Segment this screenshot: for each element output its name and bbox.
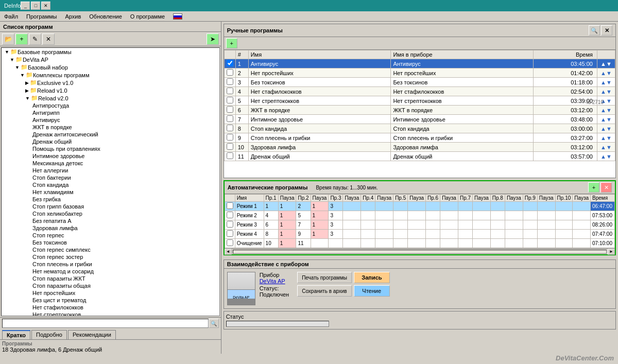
tree-item[interactable]: ▶ 📁 Reload v1.0: [2, 86, 219, 94]
menu-about[interactable]: О программе: [128, 13, 167, 20]
auto-table-row[interactable]: Режим 48191307:47:00: [225, 230, 614, 239]
scroll-left[interactable]: ◄: [225, 249, 232, 255]
add-button[interactable]: +: [15, 33, 28, 45]
tree-item[interactable]: Антипростуда: [2, 102, 219, 109]
tree-item[interactable]: Стоп грипп базовая: [2, 203, 219, 210]
tree-item[interactable]: Без токсинов: [2, 239, 219, 246]
close-auto-button[interactable]: ✕: [600, 182, 612, 193]
tree-item[interactable]: ▼ 📁 Базовый набор: [2, 63, 219, 71]
search-manual-button[interactable]: 🔍: [589, 25, 600, 36]
row-checkbox[interactable]: [227, 69, 233, 76]
search-input[interactable]: [2, 319, 209, 328]
tab-recommendations[interactable]: Рекомендации: [68, 330, 116, 339]
save-archive-button[interactable]: Сохранить в архив: [297, 285, 351, 297]
auto-table-row[interactable]: Режим 36171308:26:00: [225, 220, 614, 230]
add-auto-button[interactable]: +: [588, 182, 599, 193]
row-checkbox[interactable]: [227, 125, 233, 131]
menu-file[interactable]: Файл: [2, 13, 20, 20]
manual-table-row[interactable]: 6 ЖКТ в порядке ЖКТ в порядке 03:12:00 ▲…: [224, 106, 615, 115]
tab-brief[interactable]: Кратко: [2, 330, 30, 339]
menu-archive[interactable]: Архив: [63, 13, 83, 20]
manual-table-row[interactable]: 7 Интимное здоровье Интимное здоровье 03…: [224, 115, 615, 124]
manual-table-row[interactable]: 2 Нет простейших Нет простейших 01:42:00…: [224, 68, 615, 78]
tree-item[interactable]: Без цист и трематод: [2, 297, 219, 304]
tree-item[interactable]: Без грибка: [2, 196, 219, 203]
tree-item[interactable]: Антивирус: [2, 116, 219, 124]
auto-table-row[interactable]: Режим 11121306:47:00: [225, 202, 614, 211]
tree-item[interactable]: Нет нематод и сосарид: [2, 268, 219, 275]
tree-item[interactable]: Стоп кандида: [2, 181, 219, 188]
read-button[interactable]: Чтение: [354, 285, 390, 297]
tree-item[interactable]: Здоровая лимфа: [2, 224, 219, 232]
manual-table-row[interactable]: 3 Без токсинов Без токсинов 01:18:00 ▲▼: [224, 78, 615, 87]
tree-item[interactable]: Стоп хеликобактер: [2, 210, 219, 217]
add-manual-button[interactable]: +: [226, 38, 237, 48]
tree-item[interactable]: Нет хламидиям: [2, 188, 219, 196]
tree-item[interactable]: Стоп паразиты ЖКТ: [2, 275, 219, 282]
tree-item[interactable]: Стоп герпес: [2, 232, 219, 239]
auto-table-row[interactable]: Очищение1011107:10:00: [225, 239, 614, 248]
language-flag[interactable]: [173, 13, 182, 20]
manual-table-row[interactable]: 10 Здоровая лимфа Здоровая лимфа 03:12:0…: [224, 143, 615, 152]
tree-item[interactable]: Дренаж общий: [2, 138, 219, 145]
tree-item[interactable]: Нет стафилококков: [2, 304, 219, 311]
tree-item[interactable]: Без гепатита А: [2, 217, 219, 224]
tree-item[interactable]: Антигрипп: [2, 109, 219, 116]
action-button[interactable]: ➤: [207, 33, 219, 45]
manual-table-row[interactable]: 9 Стоп плесень и грибки Стоп плесень и г…: [224, 133, 615, 143]
row-checkbox[interactable]: [227, 115, 233, 122]
close-manual-button[interactable]: ✕: [601, 25, 612, 36]
program-tree[interactable]: ▼ 📁 Базовые программы ▼ 📁 DeVita AP ▼ 📁 …: [1, 47, 220, 316]
tree-item[interactable]: Нет аллергии: [2, 167, 219, 174]
row-checkbox[interactable]: [227, 78, 233, 85]
close-button[interactable]: ✕: [41, 2, 50, 10]
manual-table-row[interactable]: 8 Стоп кандида Стоп кандида 03:00:00 ▲▼: [224, 124, 615, 133]
tree-item[interactable]: ▶ 📁 Exclusive v1.0: [2, 79, 219, 86]
maximize-button[interactable]: □: [31, 2, 40, 10]
scroll-right[interactable]: ►: [608, 249, 615, 255]
delete-button[interactable]: ✕: [42, 33, 55, 45]
row-checkbox[interactable]: [227, 143, 233, 150]
auto-row-checkbox[interactable]: [227, 230, 233, 237]
tree-item[interactable]: ▼ 📁 Базовые программы: [2, 48, 219, 56]
auto-row-checkbox[interactable]: [227, 221, 233, 228]
tree-item[interactable]: Стоп плесень и грибки: [2, 261, 219, 268]
folder-open-button[interactable]: 📂: [2, 33, 14, 45]
search-button[interactable]: 🔍: [209, 319, 219, 328]
row-checkbox[interactable]: [227, 152, 233, 159]
tree-item[interactable]: ▼ 📁 Reload v2.0: [2, 94, 219, 102]
menu-programs[interactable]: Программы: [24, 13, 59, 20]
menu-update[interactable]: Обновление: [87, 13, 124, 20]
row-checkbox[interactable]: [227, 106, 233, 113]
tree-item[interactable]: Стоп герпес симплекс: [2, 246, 219, 253]
row-checkbox[interactable]: [227, 88, 233, 94]
tree-item[interactable]: Помощь при отравлениях: [2, 145, 219, 152]
tree-item[interactable]: ЖКТ в порядке: [2, 124, 219, 131]
tree-item[interactable]: ▼ 📁 Комплексы программ: [2, 71, 219, 79]
auto-row-checkbox[interactable]: [227, 239, 233, 246]
tree-item[interactable]: Стоп бактерии: [2, 174, 219, 181]
auto-row-checkbox[interactable]: [227, 212, 233, 218]
manual-table-row[interactable]: 5 Нет стрептококков Нет стрептококков 03…: [224, 96, 615, 106]
row-checkbox[interactable]: [227, 134, 233, 141]
edit-button[interactable]: ✎: [29, 33, 41, 45]
auto-row-checkbox[interactable]: [227, 202, 233, 209]
tab-detailed[interactable]: Подробно: [31, 330, 67, 339]
tree-item[interactable]: Мексиканца детокс: [2, 160, 219, 167]
tree-item[interactable]: Дренаж антитоксический: [2, 131, 219, 138]
tree-item[interactable]: Интимное здоровье: [2, 152, 219, 160]
manual-table-row[interactable]: 4 Нет стафилококков Нет стафилококков 02…: [224, 87, 615, 96]
minimize-button[interactable]: _: [21, 2, 30, 10]
print-program-button[interactable]: Печать программы: [297, 272, 352, 283]
manual-table-row[interactable]: 11 Дренаж общий Дренаж общий 03:57:00 ▲▼: [224, 152, 615, 161]
write-button[interactable]: Запись: [354, 272, 390, 283]
tree-item[interactable]: Нет стрептококков: [2, 311, 219, 316]
row-checkbox[interactable]: [227, 60, 233, 66]
tree-item[interactable]: Стоп паразиты общая: [2, 282, 219, 289]
row-checkbox[interactable]: [227, 97, 233, 103]
auto-table-row[interactable]: Режим 24151307:53:00: [225, 211, 614, 220]
manual-table-row[interactable]: 1 Антивирус Антивирус 03:45:00 ▲▼: [224, 59, 615, 68]
tree-item[interactable]: Стоп герпес зостер: [2, 253, 219, 261]
tree-item[interactable]: Нет простейших: [2, 289, 219, 297]
tree-item[interactable]: ▼ 📁 DeVita AP: [2, 56, 219, 63]
